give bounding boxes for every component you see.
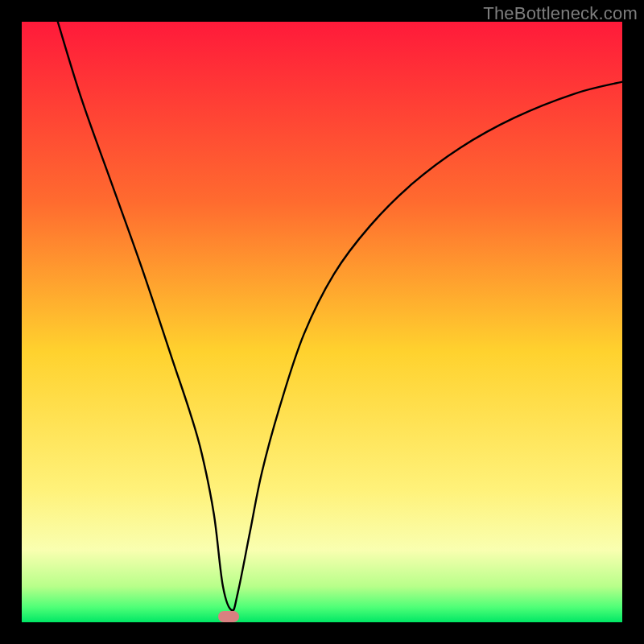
watermark-text: TheBottleneck.com: [483, 3, 638, 24]
optimal-marker: [218, 611, 239, 622]
chart-frame: [22, 22, 622, 622]
bottleneck-curve: [22, 22, 622, 622]
